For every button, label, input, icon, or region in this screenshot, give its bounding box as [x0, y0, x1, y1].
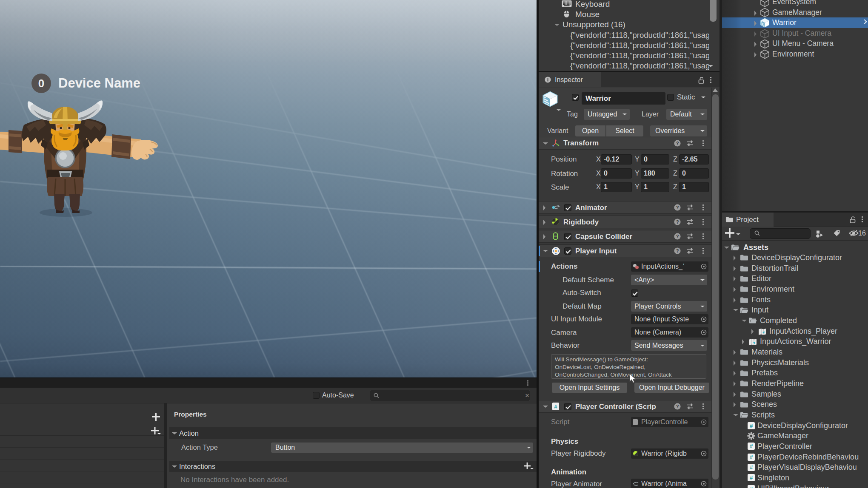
- svg-text:#: #: [750, 443, 753, 449]
- svg-text:?: ?: [676, 205, 679, 210]
- svg-text:?: ?: [676, 219, 679, 224]
- svg-text:?: ?: [676, 404, 679, 409]
- svg-text:#: #: [554, 403, 557, 410]
- svg-text:#: #: [750, 474, 753, 481]
- svg-text:?: ?: [676, 234, 679, 239]
- svg-text:?: ?: [676, 248, 679, 253]
- svg-text:#: #: [750, 464, 753, 471]
- svg-text:#: #: [750, 454, 753, 460]
- svg-text:#: #: [750, 485, 753, 488]
- svg-text:#: #: [750, 423, 753, 429]
- svg-text:?: ?: [676, 141, 679, 146]
